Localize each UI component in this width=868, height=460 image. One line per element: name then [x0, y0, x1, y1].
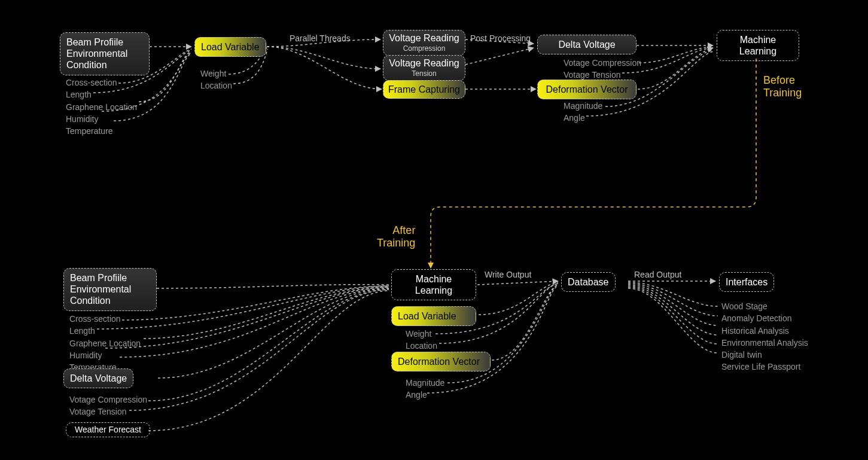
loadvar2-item-0: Weight	[406, 328, 437, 340]
beam1-item-2: Graphene Location	[66, 101, 137, 113]
defvec-items: Magnitude Angle	[564, 100, 602, 124]
ifc-item-4: Digital twin	[721, 349, 808, 361]
node-beam-profile-2: Beam Profiile Environmental Condition	[63, 268, 157, 311]
ifc-item-5: Service Life Passport	[721, 361, 808, 373]
ml1-line2: Learning	[723, 45, 793, 57]
beam2-item-3: Humidity	[69, 349, 141, 361]
node-database: Database	[561, 272, 616, 292]
delta2-items: Votage Compression Votage Tension	[69, 394, 147, 418]
beam1-item-1: Length	[66, 89, 137, 100]
defvec2-item-0: Magnitude	[406, 377, 444, 389]
loadvar2-items: Weight Location	[406, 328, 437, 352]
beam2-item-1: Length	[69, 325, 141, 337]
node-voltage-compression: Voltage Reading Compression	[383, 30, 465, 56]
ifc-item-2: Historical Analysis	[721, 325, 808, 337]
node-interfaces: Interfaces	[719, 272, 774, 292]
ifc-item-3: Environmental Analysis	[721, 337, 808, 349]
vrt-sub: Tension	[386, 69, 462, 78]
loadvar-item-0: Weight	[200, 68, 232, 80]
beam1-item-3: Humidity	[66, 113, 137, 125]
node-deformation-vector-2: Deformation Vector	[391, 352, 491, 371]
delta2-item-1: Votage Tension	[69, 406, 147, 418]
defvec2-item-1: Angle	[406, 389, 444, 401]
beam2-line1: Beam Profiile	[70, 272, 150, 284]
node-weather-forecast: Weather Forecast	[66, 422, 150, 437]
node-frame-capturing: Frame Capturing	[383, 80, 465, 99]
ml2-line2: Learning	[398, 285, 470, 296]
loadvar2-item-1: Location	[406, 340, 437, 352]
loadvar-items: Weight Location	[200, 68, 232, 92]
node-ml-1: Machine Learning	[717, 30, 799, 61]
ifc-item-0: Wood Stage	[721, 300, 808, 312]
beam1-item-4: Temperature	[66, 125, 137, 137]
beam2-item-2: Graphene Location	[69, 337, 141, 349]
vrc-title: Voltage Reading	[386, 32, 462, 44]
loadvar-item-1: Location	[200, 80, 232, 92]
delta-item-0: Votage Compression	[564, 57, 641, 69]
beam1-line1: Beam Profiile	[66, 36, 143, 48]
ifc-item-1: Anomaly Detection	[721, 312, 808, 324]
node-voltage-tension: Voltage Reading Tension	[383, 55, 465, 81]
beam2-line3: Condition	[70, 295, 150, 306]
beam1-line2: Environmental	[66, 48, 143, 59]
interfaces-items: Wood Stage Anomaly Detection Historical …	[721, 300, 808, 373]
beam2-item-0: Cross-section	[69, 313, 141, 325]
beam2-line2: Environmental	[70, 284, 150, 295]
vrc-sub: Compression	[386, 44, 462, 53]
node-delta-voltage: Delta Voltage	[537, 35, 636, 54]
beam1-line3: Condition	[66, 59, 143, 71]
delta-items: Votage Compression Votage Tension	[564, 57, 641, 81]
label-read-output: Read Output	[634, 270, 681, 279]
ml2-line1: Machine	[398, 273, 470, 285]
beam2-items: Cross-section Length Graphene Location H…	[69, 313, 141, 373]
label-write-output: Write Output	[485, 270, 531, 279]
delta2-item-0: Votage Compression	[69, 394, 147, 406]
beam1-items: Cross-section Length Graphene Location H…	[66, 77, 137, 137]
label-before-training: Before Training	[763, 74, 802, 99]
node-load-variable-2: Load Variable	[391, 306, 476, 326]
ml1-line1: Machine	[723, 34, 793, 45]
label-after-training: After Training	[377, 224, 415, 249]
node-deformation-vector: Deformation Vector	[537, 80, 636, 99]
label-parallel-threads: Parallel Threads	[290, 33, 351, 43]
beam1-item-0: Cross-section	[66, 77, 137, 89]
defvec2-items: Magnitude Angle	[406, 377, 444, 401]
vrt-title: Voltage Reading	[386, 57, 462, 69]
node-beam-profile-1: Beam Profiile Environmental Condition	[60, 32, 150, 75]
node-load-variable: Load Variable	[194, 37, 266, 57]
label-post-processing: Post Processing	[470, 33, 531, 43]
node-delta-voltage-2: Delta Voltage	[63, 368, 133, 388]
node-ml-2: Machine Learning	[391, 269, 476, 300]
defvec-item-0: Magnitude	[564, 100, 602, 112]
defvec-item-1: Angle	[564, 112, 602, 124]
